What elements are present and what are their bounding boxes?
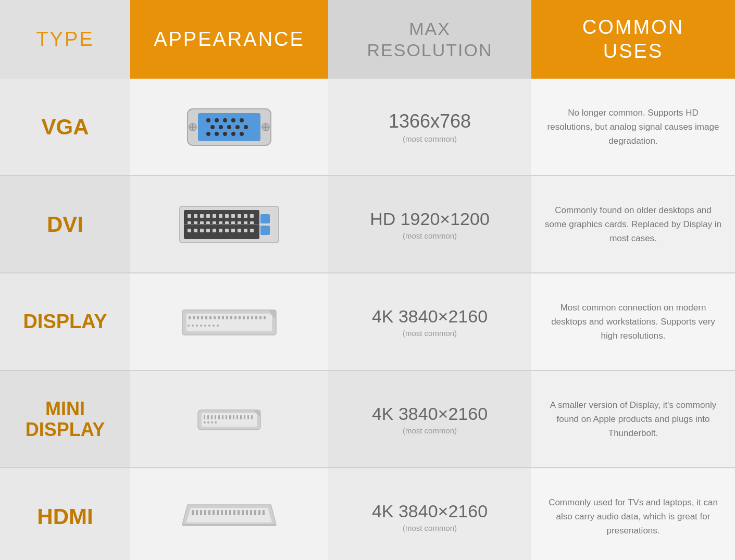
svg-rect-130 — [250, 510, 252, 515]
svg-rect-28 — [206, 214, 210, 218]
svg-rect-71 — [222, 316, 224, 319]
vga-uses-text: No longer common. Supports HD resolution… — [544, 106, 722, 148]
svg-rect-103 — [236, 415, 238, 419]
svg-point-13 — [215, 132, 219, 136]
hdmi-appearance-cell — [130, 468, 328, 560]
svg-rect-100 — [226, 415, 227, 419]
svg-rect-123 — [221, 510, 223, 515]
svg-point-89 — [217, 325, 219, 327]
dvi-type-label: DVI — [47, 212, 83, 237]
dvi-uses-text: Commonly found on older desktops and som… — [544, 203, 722, 246]
svg-rect-52 — [219, 229, 222, 232]
svg-rect-33 — [238, 214, 241, 218]
svg-point-2 — [206, 118, 210, 122]
mini-display-uses-text: A smaller version of Display, it's commo… — [544, 398, 722, 441]
mini-displayport-connector-icon — [190, 399, 268, 440]
svg-rect-53 — [225, 229, 229, 232]
svg-rect-131 — [254, 510, 256, 515]
header-appearance-label: APPEARANCE — [154, 28, 305, 51]
svg-rect-30 — [219, 214, 222, 218]
display-appearance-cell — [130, 273, 328, 370]
svg-rect-62 — [186, 314, 272, 331]
svg-point-85 — [200, 325, 202, 327]
row-hdmi: HDMI — [0, 468, 735, 560]
row-display: DISPLAY — [0, 273, 735, 371]
display-type-label: DISPLAY — [23, 310, 107, 333]
svg-rect-29 — [213, 214, 216, 218]
svg-rect-56 — [244, 229, 247, 232]
svg-point-12 — [206, 132, 210, 136]
svg-rect-81 — [264, 316, 266, 319]
svg-point-84 — [196, 325, 198, 327]
hdmi-connector-icon — [177, 494, 281, 539]
mini-display-type-label: MINI DISPLAY — [26, 399, 105, 440]
dvi-connector-icon — [175, 198, 284, 251]
svg-point-109 — [207, 421, 209, 424]
svg-rect-35 — [250, 214, 254, 218]
svg-rect-78 — [251, 316, 253, 319]
svg-rect-32 — [231, 214, 235, 218]
svg-rect-26 — [194, 214, 197, 218]
vga-resolution-main: 1366x768 — [389, 110, 471, 132]
svg-rect-125 — [229, 510, 231, 515]
svg-point-3 — [215, 118, 219, 122]
dvi-resolution-sub: (most common) — [403, 231, 457, 240]
svg-rect-68 — [209, 316, 211, 319]
vga-resolution-cell: 1366x768 (most common) — [328, 79, 531, 175]
dvi-resolution-cell: HD 1920×1200 (most common) — [328, 176, 531, 272]
svg-rect-58 — [260, 214, 270, 223]
row-dvi: DVI — [0, 176, 735, 273]
header-type: TYPE — [0, 0, 130, 79]
display-uses-text: Most common connection on modern desktop… — [544, 301, 722, 343]
svg-point-8 — [219, 125, 223, 129]
svg-rect-96 — [211, 415, 213, 419]
svg-rect-67 — [205, 316, 207, 319]
svg-rect-126 — [233, 510, 235, 515]
svg-point-9 — [227, 125, 231, 129]
svg-rect-121 — [213, 510, 215, 515]
display-type-cell: DISPLAY — [0, 273, 130, 370]
svg-rect-70 — [218, 316, 220, 319]
mini-display-resolution-main: 4K 3840×2160 — [372, 404, 488, 424]
hdmi-type-cell: HDMI — [0, 468, 130, 560]
svg-rect-102 — [233, 415, 234, 419]
mini-display-appearance-cell — [130, 371, 328, 467]
svg-rect-75 — [239, 316, 241, 319]
svg-point-4 — [223, 118, 227, 122]
svg-rect-116 — [192, 510, 194, 515]
dvi-resolution-main: HD 1920×1200 — [370, 209, 490, 229]
mini-display-uses-cell: A smaller version of Display, it's commo… — [531, 371, 735, 467]
display-resolution-sub: (most common) — [403, 329, 457, 338]
svg-rect-74 — [234, 316, 236, 319]
svg-rect-76 — [243, 316, 245, 319]
vga-resolution-sub: (most common) — [403, 134, 457, 143]
svg-rect-60 — [184, 224, 259, 225]
svg-rect-106 — [247, 415, 249, 419]
svg-rect-129 — [246, 510, 248, 515]
dvi-type-cell: DVI — [0, 176, 130, 272]
svg-point-86 — [204, 325, 206, 327]
vga-connector-icon — [177, 98, 281, 156]
svg-rect-31 — [225, 214, 229, 218]
mini-display-type-cell: MINI DISPLAY — [0, 371, 130, 467]
svg-rect-93 — [202, 413, 257, 427]
svg-point-110 — [211, 421, 213, 424]
header-uses-label: COMMON USES — [582, 16, 684, 63]
row-mini-display: MINI DISPLAY — [0, 371, 735, 468]
svg-rect-120 — [208, 510, 210, 515]
main-table: TYPE APPEARANCE MAX RESOLUTION COMMON US… — [0, 0, 735, 560]
svg-rect-105 — [244, 415, 245, 419]
svg-point-108 — [204, 421, 206, 424]
svg-point-7 — [210, 125, 215, 129]
svg-point-87 — [208, 325, 210, 327]
dvi-uses-cell: Commonly found on older desktops and som… — [531, 176, 735, 272]
svg-rect-133 — [263, 510, 265, 515]
header-resolution-label: MAX RESOLUTION — [367, 18, 492, 61]
svg-rect-49 — [200, 229, 204, 232]
svg-rect-124 — [225, 510, 227, 515]
svg-rect-51 — [213, 229, 216, 232]
svg-rect-59 — [260, 226, 270, 235]
svg-rect-98 — [218, 415, 220, 419]
svg-rect-119 — [204, 510, 206, 515]
svg-rect-128 — [242, 510, 244, 515]
